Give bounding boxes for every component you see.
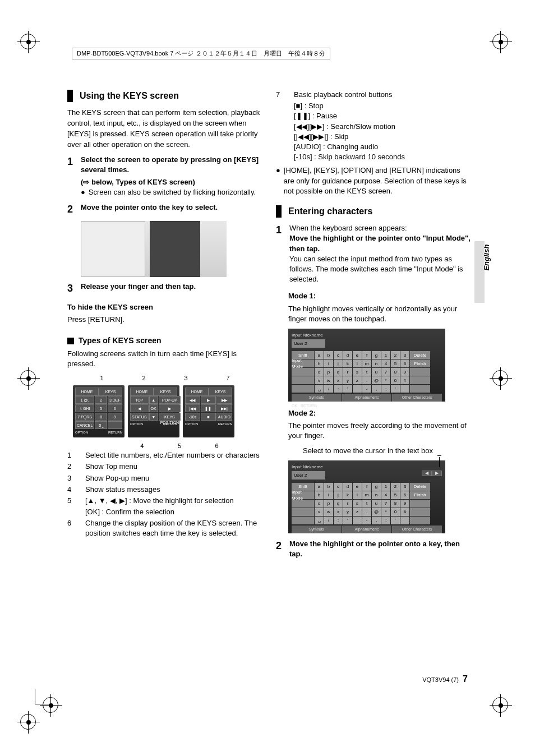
kb-key: 7	[381, 368, 390, 376]
bullet-icon: ●	[81, 187, 85, 197]
kb-row: ␣/:"-,;'	[292, 385, 442, 393]
control-line: [◀◀][▶▶] : Search/Slow motion	[294, 122, 471, 132]
kb-key: m	[362, 359, 371, 367]
keys-label: KEYS	[99, 388, 122, 397]
nav-left-icon: ◀	[422, 471, 432, 476]
crop-mark-br	[492, 697, 515, 720]
list-row: 1Select title numbers, etc./Enter number…	[67, 450, 262, 460]
panel-footer: OPTION RETURN	[185, 422, 232, 426]
kb-ok-return: OK RETURN	[292, 403, 442, 409]
note-text: [HOME], [KEYS], [OPTION] and [RETURN] in…	[284, 165, 471, 196]
crop-mark-ml	[20, 370, 43, 393]
figure-step2	[81, 221, 227, 277]
keys-panel-3: HOME KEYS ◀◀▶▶▶|◀◀❚❚▶▶|-10s■AUDIO OPTION…	[183, 385, 234, 437]
kb-key: k	[343, 491, 352, 499]
option-label: OPTION	[185, 422, 198, 426]
panel-key: ▲	[149, 396, 158, 404]
ec-step-1: 1 When the keyboard screen appears: Move…	[276, 223, 471, 284]
kb-side-key	[292, 368, 314, 376]
bullet-text: Screen can also be switched by flicking …	[89, 187, 256, 197]
panel-key: 3 DEF	[108, 396, 122, 404]
kb-end-key	[410, 385, 430, 393]
kb-key: '	[391, 385, 400, 393]
panel-key: STATUS	[130, 413, 149, 421]
panel-key: OK	[149, 404, 158, 412]
kb-key: e	[353, 351, 362, 359]
kb-end-key: Delete	[410, 483, 430, 491]
kb-key: v	[315, 376, 324, 384]
kb-key: 7	[381, 500, 390, 508]
kb-cursor-nav: ◀ ▶	[422, 471, 442, 476]
panel-key: ■	[201, 413, 216, 421]
panel-key: ▶▶|	[216, 404, 232, 412]
kb-key: o	[315, 368, 324, 376]
kb-key	[400, 385, 409, 393]
kb-key: 8	[391, 500, 400, 508]
label-4: 4	[140, 442, 144, 450]
kb-row: Input Modehijklmn456Finish	[292, 491, 442, 499]
seg-alpha: Alphanumeric	[342, 394, 392, 402]
kb-end-key	[410, 517, 430, 524]
kb-key: z	[353, 376, 362, 384]
guidance-note: ● [HOME], [KEYS], [OPTION] and [RETURN] …	[276, 165, 471, 196]
step-title: Move the highlight or the pointer onto a…	[289, 539, 471, 559]
panel-key: ▶▶	[216, 396, 232, 404]
mode-2-caption: Select to move the cursor in the text bo…	[303, 446, 471, 456]
panel-key: |◀◀	[185, 404, 200, 412]
left-column: Using the KEYS screen The KEYS screen th…	[67, 90, 262, 561]
bullet-icon: ●	[276, 165, 280, 196]
kb-key: @	[372, 508, 381, 516]
label-2: 2	[142, 374, 145, 382]
kb-key: #	[400, 376, 409, 384]
kb-key: w	[324, 376, 333, 384]
kb-key: 4	[381, 491, 390, 499]
kb-key: y	[343, 376, 352, 384]
kb-key: 4	[381, 359, 390, 367]
mode-2-text: The pointer moves freely according to th…	[288, 421, 471, 441]
kb-key: ␣	[315, 517, 324, 524]
step-title: Select the screen to operate by pressing…	[81, 155, 262, 175]
kb-key: t	[362, 500, 371, 508]
panel-header: HOME KEYS	[185, 388, 232, 397]
list-num: 5	[67, 496, 85, 506]
return-label: RETURN	[163, 422, 177, 426]
heading-bar	[276, 205, 282, 218]
kb-key: d	[343, 483, 352, 491]
kb-key: -	[362, 517, 371, 524]
panel-key: AUDIO	[216, 413, 232, 421]
kb-key: 0	[391, 376, 400, 384]
kb-key: /	[324, 385, 333, 393]
page-footer: VQT3V94 (7) 7	[422, 674, 468, 684]
heading-title: Entering characters	[288, 205, 372, 218]
crop-mark-bl2	[20, 714, 43, 736]
list-row: 3Show Pop-up menu	[67, 473, 262, 483]
kb-key: ,	[372, 385, 381, 393]
types-heading: Types of KEYS screen	[67, 335, 262, 347]
crop-mark-tr	[492, 34, 515, 56]
right-column: English 7 Basic playback control buttons…	[276, 90, 471, 561]
kb-key: f	[362, 351, 371, 359]
panel-footer: OPTION RETURN	[75, 430, 122, 435]
panel-key: ▶	[201, 396, 216, 404]
list-7-lines: [■] : Stop[❚❚] : Pause[◀◀][▶▶] : Search/…	[276, 101, 471, 162]
hide-keys-text: Press [RETURN].	[67, 315, 262, 325]
control-line: [AUDIO] : Changing audio	[294, 142, 471, 152]
nav-right-icon: ▶	[432, 471, 442, 476]
kb-end-key: Finish	[410, 491, 430, 499]
square-icon	[67, 338, 74, 344]
label-1: 1	[100, 374, 103, 382]
list-num	[67, 507, 85, 517]
panel-key: ▶	[159, 404, 181, 412]
kb-side-key: Input Mode	[292, 491, 314, 499]
kb-row: ␣/:"-,;'	[292, 517, 442, 524]
kb-row: Shiftabcdefg123Delete	[292, 483, 442, 491]
step-1-sub: (⇨ below, Types of KEYS screen)	[81, 177, 262, 187]
kb-key: b	[324, 483, 333, 491]
kb-key: ,	[372, 517, 381, 524]
heading-bar	[67, 90, 73, 102]
list-num: 7	[276, 90, 294, 100]
keyboard-figure-2: Input Nickname User 2 ◀ ▶ Shiftabcdefg12…	[288, 460, 445, 533]
panel-key: ▼	[149, 413, 158, 421]
kb-key: "	[343, 385, 352, 393]
kb-key	[353, 517, 362, 524]
